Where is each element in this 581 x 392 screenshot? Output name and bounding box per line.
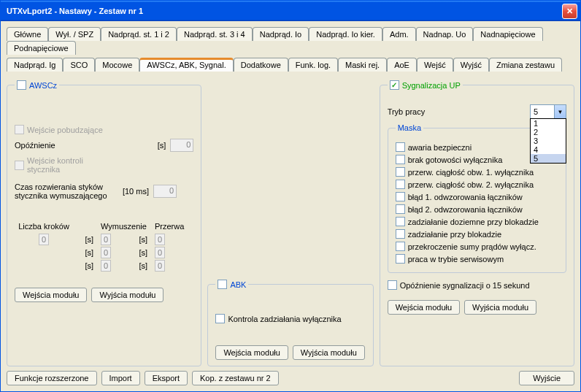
tab-funk-log-[interactable]: Funk. log. [288,58,338,72]
checkbox-maska-8[interactable] [396,242,405,251]
checkbox-abk[interactable] [218,280,227,289]
label-abk: ABK [230,280,246,289]
maska-row-4: błąd 1. odwzorowania łączników [396,192,558,201]
checkbox-maska-6[interactable] [396,217,405,226]
label-syg: Sygnalizacja UP [402,81,461,90]
select-tryb[interactable]: 5 ▼ [530,104,566,119]
select-tryb-wrap: 5 ▼ 12345 [530,104,566,119]
tab-maski-rej-[interactable]: Maski rej. [338,58,387,72]
input-opoznienie: 0 [170,139,193,152]
checkbox-syg[interactable] [390,80,399,90]
btn-syg-in[interactable]: Wejścia modułu [388,300,460,315]
tab-aoe[interactable]: AoE [387,58,417,72]
label-wejscie-kontroli: Wejście kontroli stycznika [27,156,107,174]
tab-nadnap-uo[interactable]: Nadnap. Uo [416,27,474,41]
label-maska-6: zadziałanie doziemne przy blokadzie [408,218,539,226]
checkbox-maska-2[interactable] [396,167,405,177]
btn-abk-in[interactable]: Wejścia modułu [215,345,288,360]
input-p1: 0 [155,247,165,258]
input-w1: 0 [101,247,111,258]
tab-wej-[interactable]: Wejść [417,58,453,72]
btn-awscz-out[interactable]: Wyjścia modułu [91,288,163,302]
checkbox-maska-7[interactable] [396,229,405,239]
btn-import[interactable]: Import [101,371,140,385]
checkbox-opozn-syg[interactable] [388,280,397,290]
btn-row-syg: Wejścia modułu Wyjścia modułu [388,300,566,315]
btn-syg-out[interactable]: Wyjścia modułu [464,300,536,315]
legend-syg: Sygnalizacja UP [388,77,463,93]
dropdown-tryb: 12345 [530,118,566,164]
fieldset-syg: Sygnalizacja UP Tryb pracy 5 ▼ 12345 [380,77,574,366]
col-syg: Sygnalizacja UP Tryb pracy 5 ▼ 12345 [380,77,574,366]
tab-g-wne[interactable]: Główne [7,27,48,41]
titlebar: UTXvLport2 - Nastawy - Zestaw nr 1 ✕ [1,1,580,21]
btn-kop[interactable]: Kop. z zestawu nr 2 [192,371,279,385]
legend-awscz: AWSCz [15,77,59,93]
tab-nadnapi-ciowe[interactable]: Nadnapięciowe [473,27,542,41]
option-5[interactable]: 5 [531,154,566,163]
checkbox-kontrola[interactable] [215,314,225,323]
tab-dodatkowe[interactable]: Dodatkowe [234,58,288,72]
label-maska-0: awaria bezpieczni [408,143,472,152]
checkbox-wejscie-pobudz [15,125,24,134]
btn-eksport[interactable]: Eksport [145,371,188,385]
tab-zmiana-zestawu[interactable]: Zmiana zestawu [489,58,562,72]
option-1[interactable]: 1 [531,119,566,128]
panels: AWSCz Wejście pobudzające Opóźnienie [s]… [7,74,574,366]
tab-nadpr-d-st-1-i-2[interactable]: Nadprąd. st. 1 i 2 [101,27,177,41]
checkbox-maska-3[interactable] [396,180,405,189]
tab-wyj-[interactable]: Wyjść [453,58,489,72]
option-4[interactable]: 4 [531,145,566,154]
option-3[interactable]: 3 [531,137,566,145]
grid-kroki: Liczba kroków Wymuszenie Przerwa 0 [s]0 … [15,222,193,270]
input-p2: 0 [155,260,165,272]
fieldset-abk: ABK Kontrola zadziałania wyłącznika Wejś… [207,277,373,366]
tab-nadpr-d-io-kier-[interactable]: Nadprąd. Io kier. [309,27,382,41]
checkbox-maska-0[interactable] [396,142,405,152]
tab-adm-[interactable]: Adm. [382,27,416,41]
row-wejscie-pobudz: Wejście pobudzające [15,125,193,134]
col-awscz: AWSCz Wejście pobudzające Opóźnienie [s]… [7,77,201,366]
btn-wyjscie[interactable]: Wyjście [519,371,574,385]
input-liczba: 0 [39,234,49,245]
tab-mocowe[interactable]: Mocowe [95,58,139,72]
checkbox-maska-4[interactable] [396,192,405,201]
unit-czas-roz: [10 ms] [121,187,149,196]
tab-awscz-abk-sygnal-[interactable]: AWSCz, ABK, Sygnal. [139,58,233,72]
hdr-wymusz: Wymuszenie [101,222,127,231]
tabs-row-1: GłówneWył. / SPZNadprąd. st. 1 i 2Nadprą… [7,27,574,55]
checkbox-maska-9[interactable] [396,254,405,264]
label-czas-roz: Czas rozwierania styków stycznika wymusz… [15,182,117,200]
checkbox-maska-1[interactable] [396,155,405,164]
label-tryb: Tryb pracy [388,107,526,116]
option-2[interactable]: 2 [531,128,566,137]
label-maska-7: zadziałanie przy blokadzie [408,230,501,239]
btn-funk[interactable]: Funkcje rozszerzone [7,371,97,385]
label-maska-9: praca w trybie serwisowym [408,255,504,264]
label-opozn-syg: Opóźnienie sygnalizacji o 15 sekund [400,281,530,290]
close-icon[interactable]: ✕ [562,4,577,19]
checkbox-wejscie-kontroli [15,161,24,170]
tab-nadpr-d-ig[interactable]: Nadprąd. Ig [7,58,63,72]
maska-row-2: przerw. ciągłość obw. 1. wyłącznika [396,167,558,177]
tab-wy-spz[interactable]: Wył. / SPZ [48,27,101,41]
input-czas-roz: 0 [153,185,177,198]
tab-nadpr-d-io[interactable]: Nadprąd. Io [253,27,309,41]
btn-awscz-in[interactable]: Wejścia modułu [15,288,87,302]
footer: Funkcje rozszerzone Import Eksport Kop. … [7,366,574,385]
hdr-przerwa: Przerwa [155,222,181,231]
row-kontrola: Kontrola zadziałania wyłącznika [215,314,365,323]
btn-row-abk: Wejścia modułu Wyjścia modułu [215,345,365,360]
input-w0: 0 [101,234,111,245]
tab-podnapi-ciowe[interactable]: Podnapięciowe [7,41,76,55]
chevron-down-icon: ▼ [554,105,566,118]
legend-maska: Maska [396,123,423,132]
tab-sco[interactable]: SCO [63,58,95,72]
maska-row-5: błąd 2. odwzorowania łączników [396,204,558,214]
tab-nadpr-d-st-3-i-4[interactable]: Nadprąd. st. 3 i 4 [177,27,253,41]
checkbox-awscz[interactable] [17,80,26,90]
legend-abk: ABK [215,277,248,292]
btn-abk-out[interactable]: Wyjścia modułu [293,345,365,360]
checkbox-maska-5[interactable] [396,204,405,214]
label-maska-2: przerw. ciągłość obw. 1. wyłącznika [408,168,534,177]
